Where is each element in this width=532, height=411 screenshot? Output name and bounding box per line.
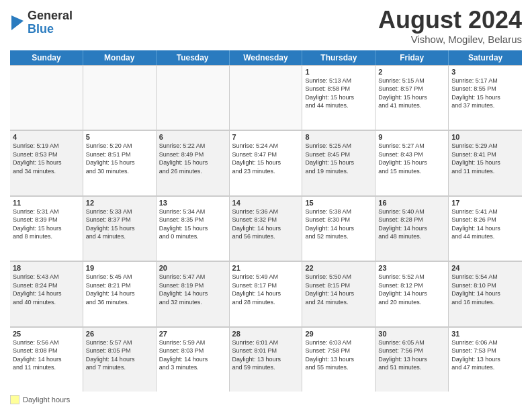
day-info: Sunrise: 5:33 AM Sunset: 8:37 PM Dayligh…	[86, 208, 153, 241]
calendar-cell: 8Sunrise: 5:25 AM Sunset: 8:45 PM Daylig…	[302, 130, 375, 195]
header-day-monday: Monday	[83, 50, 157, 65]
day-info: Sunrise: 5:54 AM Sunset: 8:10 PM Dayligh…	[451, 273, 519, 306]
day-number: 7	[232, 133, 300, 141]
day-info: Sunrise: 5:17 AM Sunset: 8:55 PM Dayligh…	[451, 77, 519, 110]
calendar-cell	[10, 65, 83, 130]
day-number: 11	[13, 199, 80, 207]
subtitle: Vishow, Mogilev, Belarus	[378, 34, 522, 45]
calendar-cell: 16Sunrise: 5:40 AM Sunset: 8:28 PM Dayli…	[375, 196, 449, 261]
logo-text: General Blue	[28, 9, 73, 36]
calendar-cell: 27Sunrise: 5:59 AM Sunset: 8:03 PM Dayli…	[157, 327, 230, 392]
calendar-cell: 25Sunrise: 5:56 AM Sunset: 8:08 PM Dayli…	[10, 327, 83, 392]
header-day-friday: Friday	[375, 50, 449, 65]
page: General Blue August 2024 Vishow, Mogilev…	[0, 0, 532, 411]
calendar-cell: 23Sunrise: 5:52 AM Sunset: 8:12 PM Dayli…	[375, 261, 449, 326]
calendar-cell: 15Sunrise: 5:38 AM Sunset: 8:30 PM Dayli…	[302, 196, 375, 261]
calendar-cell	[157, 65, 230, 130]
day-number: 27	[159, 330, 226, 338]
day-number: 13	[159, 199, 226, 207]
header-day-saturday: Saturday	[449, 50, 522, 65]
day-info: Sunrise: 6:05 AM Sunset: 7:56 PM Dayligh…	[378, 338, 445, 372]
calendar-cell: 28Sunrise: 6:01 AM Sunset: 8:01 PM Dayli…	[230, 327, 303, 392]
day-info: Sunrise: 5:49 AM Sunset: 8:17 PM Dayligh…	[232, 273, 300, 306]
day-info: Sunrise: 5:45 AM Sunset: 8:21 PM Dayligh…	[86, 273, 153, 306]
calendar-cell: 14Sunrise: 5:36 AM Sunset: 8:32 PM Dayli…	[230, 196, 303, 261]
day-number: 20	[159, 264, 226, 272]
day-number: 28	[232, 330, 300, 338]
day-number: 18	[13, 264, 80, 272]
day-number: 3	[451, 68, 519, 76]
day-info: Sunrise: 5:24 AM Sunset: 8:47 PM Dayligh…	[232, 142, 300, 175]
day-info: Sunrise: 5:38 AM Sunset: 8:30 PM Dayligh…	[305, 208, 372, 241]
day-number: 19	[86, 264, 153, 272]
calendar-cell: 22Sunrise: 5:50 AM Sunset: 8:15 PM Dayli…	[302, 261, 375, 326]
day-info: Sunrise: 5:43 AM Sunset: 8:24 PM Dayligh…	[13, 273, 80, 306]
day-info: Sunrise: 5:15 AM Sunset: 8:57 PM Dayligh…	[378, 77, 445, 110]
day-info: Sunrise: 5:50 AM Sunset: 8:15 PM Dayligh…	[305, 273, 372, 306]
calendar-week-1: 4Sunrise: 5:19 AM Sunset: 8:53 PM Daylig…	[10, 130, 522, 195]
day-number: 16	[378, 199, 445, 207]
day-info: Sunrise: 5:41 AM Sunset: 8:26 PM Dayligh…	[451, 208, 519, 241]
main-title: August 2024	[378, 7, 522, 34]
day-number: 5	[86, 133, 153, 141]
calendar-cell: 19Sunrise: 5:45 AM Sunset: 8:21 PM Dayli…	[83, 261, 157, 326]
day-number: 31	[451, 330, 519, 338]
day-number: 29	[305, 330, 372, 338]
day-number: 9	[378, 133, 445, 141]
day-info: Sunrise: 5:47 AM Sunset: 8:19 PM Dayligh…	[159, 273, 226, 306]
day-number: 23	[378, 264, 445, 272]
calendar-cell: 18Sunrise: 5:43 AM Sunset: 8:24 PM Dayli…	[10, 261, 83, 326]
day-number: 10	[451, 133, 519, 141]
day-info: Sunrise: 5:31 AM Sunset: 8:39 PM Dayligh…	[13, 208, 80, 241]
calendar-cell: 5Sunrise: 5:20 AM Sunset: 8:51 PM Daylig…	[83, 130, 157, 195]
svg-marker-0	[11, 15, 24, 30]
calendar-cell	[83, 65, 157, 130]
day-info: Sunrise: 5:22 AM Sunset: 8:49 PM Dayligh…	[159, 142, 226, 175]
calendar: SundayMondayTuesdayWednesdayThursdayFrid…	[10, 50, 522, 392]
calendar-cell: 20Sunrise: 5:47 AM Sunset: 8:19 PM Dayli…	[157, 261, 230, 326]
day-info: Sunrise: 5:40 AM Sunset: 8:28 PM Dayligh…	[378, 208, 445, 241]
day-number: 25	[13, 330, 80, 338]
calendar-cell: 1Sunrise: 5:13 AM Sunset: 8:58 PM Daylig…	[302, 65, 375, 130]
calendar-header: SundayMondayTuesdayWednesdayThursdayFrid…	[10, 50, 522, 65]
logo-icon	[11, 15, 24, 30]
calendar-cell: 17Sunrise: 5:41 AM Sunset: 8:26 PM Dayli…	[449, 196, 522, 261]
day-number: 22	[305, 264, 372, 272]
calendar-cell: 26Sunrise: 5:57 AM Sunset: 8:05 PM Dayli…	[83, 327, 157, 392]
day-info: Sunrise: 5:13 AM Sunset: 8:58 PM Dayligh…	[305, 77, 372, 110]
footer-label: Daylight hours	[23, 396, 70, 404]
title-block: August 2024 Vishow, Mogilev, Belarus	[378, 7, 522, 45]
day-number: 4	[13, 133, 80, 141]
day-info: Sunrise: 5:20 AM Sunset: 8:51 PM Dayligh…	[86, 142, 153, 175]
logo: General Blue	[10, 9, 73, 36]
calendar-cell: 9Sunrise: 5:27 AM Sunset: 8:43 PM Daylig…	[375, 130, 449, 195]
day-info: Sunrise: 5:52 AM Sunset: 8:12 PM Dayligh…	[378, 273, 445, 306]
day-info: Sunrise: 5:29 AM Sunset: 8:41 PM Dayligh…	[451, 142, 519, 175]
day-number: 6	[159, 133, 226, 141]
calendar-cell: 12Sunrise: 5:33 AM Sunset: 8:37 PM Dayli…	[83, 196, 157, 261]
header-day-thursday: Thursday	[302, 50, 375, 65]
calendar-cell: 4Sunrise: 5:19 AM Sunset: 8:53 PM Daylig…	[10, 130, 83, 195]
calendar-cell: 7Sunrise: 5:24 AM Sunset: 8:47 PM Daylig…	[230, 130, 303, 195]
day-number: 1	[305, 68, 372, 76]
header-day-wednesday: Wednesday	[230, 50, 303, 65]
day-number: 17	[451, 199, 519, 207]
calendar-cell: 21Sunrise: 5:49 AM Sunset: 8:17 PM Dayli…	[230, 261, 303, 326]
calendar-cell: 13Sunrise: 5:34 AM Sunset: 8:35 PM Dayli…	[157, 196, 230, 261]
header-day-tuesday: Tuesday	[157, 50, 230, 65]
calendar-week-0: 1Sunrise: 5:13 AM Sunset: 8:58 PM Daylig…	[10, 65, 522, 130]
daylight-swatch	[10, 395, 19, 404]
day-number: 26	[86, 330, 153, 338]
calendar-cell	[230, 65, 303, 130]
day-info: Sunrise: 6:06 AM Sunset: 7:53 PM Dayligh…	[451, 338, 519, 372]
day-info: Sunrise: 5:34 AM Sunset: 8:35 PM Dayligh…	[159, 208, 226, 241]
day-number: 21	[232, 264, 300, 272]
day-info: Sunrise: 5:36 AM Sunset: 8:32 PM Dayligh…	[232, 208, 300, 241]
calendar-cell: 10Sunrise: 5:29 AM Sunset: 8:41 PM Dayli…	[449, 130, 522, 195]
day-info: Sunrise: 5:19 AM Sunset: 8:53 PM Dayligh…	[13, 142, 80, 175]
header: General Blue August 2024 Vishow, Mogilev…	[10, 7, 522, 45]
calendar-cell: 30Sunrise: 6:05 AM Sunset: 7:56 PM Dayli…	[375, 327, 449, 392]
day-info: Sunrise: 5:56 AM Sunset: 8:08 PM Dayligh…	[13, 338, 80, 372]
logo-general: General	[28, 9, 73, 23]
calendar-cell: 24Sunrise: 5:54 AM Sunset: 8:10 PM Dayli…	[449, 261, 522, 326]
